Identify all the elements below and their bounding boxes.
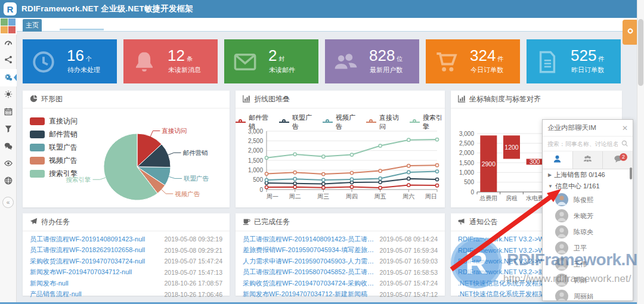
sidebar-item-gears[interactable]	[0, 69, 17, 86]
legend-item[interactable]: 邮件营销	[236, 113, 271, 131]
cart-icon	[434, 49, 459, 75]
stat-card-4[interactable]: 828位最新用户数	[325, 39, 419, 83]
chat-contact[interactable]: 卫平	[543, 240, 633, 256]
sidebar-item-sun[interactable]	[0, 86, 17, 104]
chat-contact[interactable]: 王伟	[543, 256, 633, 272]
settings-button[interactable]	[623, 20, 638, 45]
legend-item[interactable]: 搜索引擎	[410, 113, 445, 131]
stat-card-2[interactable]: 12条未读新消息	[123, 39, 218, 83]
task-link[interactable]: 新闻发布WF-20194707034712-新建新闻稿	[243, 290, 367, 299]
contact-avatar	[555, 274, 568, 288]
chat-panel: 企业内部聊天IM ✕ 2 ▶上海销售部 0/146▼信息中心 1/161陈俊熙朱…	[542, 119, 633, 301]
contact-name: 郭娟	[574, 276, 587, 285]
legend-item[interactable]: 视频广告	[323, 113, 358, 131]
legend-label: 视频广告	[336, 113, 358, 131]
bar-chart-icon	[458, 95, 469, 104]
task-time: 2019-05-07 16:58:53	[380, 269, 438, 276]
sidebar-item-eye[interactable]	[0, 156, 17, 173]
search-icon[interactable]	[621, 138, 628, 149]
chat-contact[interactable]: 陈琼央	[543, 224, 633, 240]
stat-label: 未读新消息	[168, 66, 201, 75]
contact-name: 卫平	[574, 244, 587, 253]
svg-text:周一: 周一	[267, 193, 278, 200]
sidebar-item-globe[interactable]	[0, 173, 17, 190]
chat-contact[interactable]: 郭娟	[543, 272, 633, 289]
stat-value: 828位	[369, 46, 402, 65]
task-link[interactable]: 人力需求申请WF-20195907045903-人力需求申请	[243, 257, 375, 266]
pie-panel-header: 环形图	[23, 91, 230, 108]
task-link[interactable]: 采购收货流程WF-20194707034724-null	[30, 257, 145, 266]
sidebar-item-comments[interactable]	[0, 138, 17, 156]
svg-text:联盟广告: 联盟广告	[184, 175, 209, 182]
list-item: 员工请假流程WF-20182629102658-null2019-05-08 0…	[23, 245, 230, 256]
group-icon	[583, 154, 592, 166]
chat-tab-person[interactable]	[543, 151, 573, 169]
task-link[interactable]: 员工请假流程WF-20191408091423-null	[30, 235, 145, 244]
task-link[interactable]: 员工请假流程WF-20191408091423-员工请假单	[243, 235, 375, 244]
chat-contact[interactable]: 陈俊熙	[543, 192, 633, 208]
legend-item[interactable]: 联盟广告	[30, 141, 78, 154]
chat-search-input[interactable]	[547, 141, 618, 147]
chat-group-expanded[interactable]: ▼信息中心 1/161	[543, 181, 633, 192]
task-link[interactable]: 采购收货流程WF-20194707034724-采购收货单	[243, 279, 375, 288]
stat-card-1[interactable]: 16个待办未处理	[23, 39, 117, 83]
legend-item[interactable]: 邮件营销	[30, 128, 78, 141]
svg-text:2,000: 2,000	[248, 147, 263, 154]
page-scrollbar-thumb[interactable]	[638, 19, 643, 86]
sidebar-item-gauge[interactable]	[0, 35, 17, 52]
task-link[interactable]: 员工请假流程WF-20195807045852-员工请假单	[243, 268, 375, 277]
contact-avatar	[555, 241, 568, 256]
topbar: R RDIFramework.NET 企业级.NET敏捷开发框架	[0, 0, 644, 18]
collapse-sidebar-button[interactable]: «	[2, 197, 14, 208]
page-scrollbar[interactable]	[637, 0, 644, 304]
contact-avatar	[555, 258, 568, 272]
notices-panel-title: 通知公告	[469, 217, 498, 227]
chat-tab-group[interactable]	[573, 151, 603, 169]
sidebar-item-calendar[interactable]	[0, 104, 17, 121]
pie-chart-icon	[30, 95, 41, 104]
list-item: 差旅费报销WF-20195907045934-填写差旅报销单2019-05-07…	[236, 245, 445, 256]
chat-tab-chat-bubble[interactable]: 2	[603, 151, 633, 169]
task-link[interactable]: 员工请假流程WF-20182629102658-null	[30, 246, 145, 255]
task-link[interactable]: 差旅费报销WF-20195907045934-填写差旅报销单	[243, 246, 375, 255]
chat-scrollbar-thumb[interactable]	[630, 167, 632, 179]
clock-icon	[31, 49, 56, 75]
task-time: 2018-10-26 17:08:57	[165, 280, 223, 287]
svg-text:1,000: 1,000	[248, 167, 263, 173]
stat-card-5[interactable]: 324件今日订单数	[426, 39, 520, 83]
task-link[interactable]: 新闻发布WF-20194707034712-null	[30, 268, 132, 277]
task-link[interactable]: .NET快速信息化系统开发框架 V3	[458, 279, 555, 288]
legend-item[interactable]: 视频广告	[30, 154, 78, 167]
stat-card-3[interactable]: 2封未读邮件	[224, 39, 318, 83]
task-time: 2019-05-07 16:59:03	[380, 258, 438, 265]
legend-item[interactable]: 直接访问	[366, 113, 401, 131]
close-icon[interactable]: ✕	[622, 124, 628, 132]
legend-item[interactable]: 搜索引擎	[30, 167, 78, 180]
stat-label: 昨日订单数	[571, 66, 604, 75]
legend-swatch	[30, 117, 45, 125]
filter-icon	[4, 125, 13, 135]
chat-group-collapsed[interactable]: ▶上海销售部 0/146	[543, 169, 633, 181]
legend-item[interactable]: 直接访问	[30, 114, 78, 128]
tab-home[interactable]: 主页	[23, 19, 42, 32]
task-link[interactable]: 新闻发布-null	[30, 279, 69, 288]
envelope-icon	[233, 49, 258, 75]
legend-label: 搜索引擎	[49, 169, 78, 179]
svg-text:1,000: 1,000	[459, 169, 474, 176]
brand-grid-icon[interactable]	[0, 18, 17, 35]
legend-ring	[369, 119, 373, 123]
chat-contact[interactable]: 周丽娟	[543, 289, 633, 301]
task-link[interactable]: 产品销售流程-null	[30, 290, 82, 299]
stat-card-6[interactable]: 525件昨日订单数	[527, 39, 621, 83]
stat-value: 525件	[571, 46, 604, 65]
chat-contact[interactable]: 朱晓芳	[543, 208, 633, 224]
line-legend: 邮件营销联盟广告视频广告直接访问搜索引擎	[236, 113, 445, 131]
sidebar-item-share[interactable]	[0, 52, 17, 69]
contact-name: 王伟	[574, 260, 587, 269]
svg-text:邮件营销: 邮件营销	[183, 149, 208, 156]
sidebar-item-filter[interactable]	[0, 121, 17, 138]
svg-text:周五: 周五	[374, 193, 386, 200]
legend-item[interactable]: 联盟广告	[279, 113, 314, 131]
list-item: 员工请假流程WF-20191408091423-员工请假单2019-05-08 …	[236, 234, 445, 245]
svg-text:水电费: 水电费	[526, 195, 544, 201]
